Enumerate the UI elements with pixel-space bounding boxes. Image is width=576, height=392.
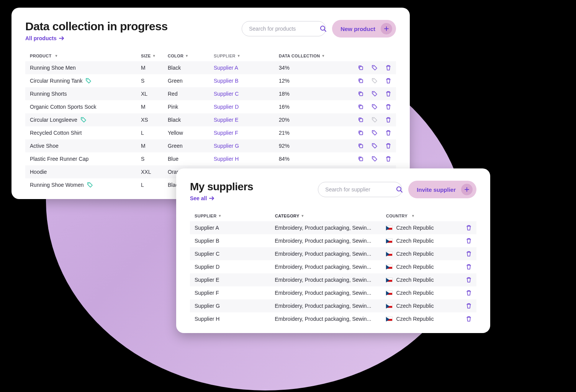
cell-supplier-link[interactable]: Supplier B — [214, 78, 279, 84]
cell-category: Embroidery, Product packaging, Sewin... — [275, 225, 385, 231]
col-product[interactable]: PRODUCT▼ — [30, 54, 141, 58]
col-size[interactable]: SIZE▼ — [141, 54, 168, 58]
col-data-collection[interactable]: DATA COLLECTION▼ — [279, 54, 352, 58]
copy-icon[interactable] — [358, 117, 364, 123]
col-country[interactable]: COUNTRY▼ — [386, 214, 466, 218]
col-supplier[interactable]: SUPPLIER▼ — [195, 214, 275, 218]
copy-icon[interactable] — [358, 143, 364, 149]
trash-icon[interactable] — [385, 104, 391, 110]
tag-icon[interactable] — [371, 156, 378, 162]
products-header: Data collection in progress All products… — [25, 20, 396, 41]
trash-icon[interactable] — [466, 251, 472, 257]
cell-supplier: Supplier E — [195, 277, 275, 283]
trash-icon[interactable] — [385, 91, 391, 97]
table-row[interactable]: Circular Running Tank S Green Supplier B… — [25, 74, 396, 87]
tag-icon — [80, 117, 87, 123]
table-row[interactable]: Supplier B Embroidery, Product packaging… — [190, 234, 476, 247]
cell-supplier-link[interactable]: Supplier G — [214, 143, 279, 149]
suppliers-table-head: SUPPLIER▼ CATEGORY▼ COUNTRY▼ — [190, 211, 476, 221]
trash-icon[interactable] — [385, 117, 391, 123]
col-color[interactable]: COLOR▼ — [168, 54, 214, 58]
trash-icon[interactable] — [385, 65, 391, 71]
table-row[interactable]: Supplier F Embroidery, Product packaging… — [190, 286, 476, 299]
table-row[interactable]: Running Shorts XL Red Supplier C 18% — [25, 87, 396, 100]
table-row[interactable]: Plastic Free Runner Cap S Blue Supplier … — [25, 152, 396, 165]
trash-icon[interactable] — [385, 143, 391, 149]
cell-size: M — [141, 104, 168, 110]
svg-rect-1 — [360, 67, 363, 70]
suppliers-title: My suppliers — [190, 181, 253, 193]
copy-icon[interactable] — [358, 65, 364, 71]
svg-rect-8 — [360, 106, 363, 109]
cell-size: M — [141, 143, 168, 149]
cell-supplier-link[interactable]: Supplier E — [214, 117, 279, 123]
table-row[interactable]: Supplier H Embroidery, Product packaging… — [190, 312, 476, 325]
trash-icon[interactable] — [466, 316, 472, 322]
copy-icon[interactable] — [358, 130, 364, 136]
caret-down-icon: ▼ — [152, 54, 156, 58]
products-search-input[interactable] — [249, 26, 316, 32]
cell-supplier-link[interactable]: Supplier C — [214, 91, 279, 97]
copy-icon[interactable] — [358, 91, 364, 97]
new-product-label: New product — [340, 26, 375, 32]
cell-supplier-link[interactable]: Supplier D — [214, 104, 279, 110]
products-search[interactable] — [242, 21, 326, 36]
trash-icon[interactable] — [466, 290, 472, 296]
svg-point-21 — [88, 183, 89, 184]
see-all-label: See all — [190, 195, 207, 201]
cell-supplier-link[interactable]: Supplier A — [214, 65, 279, 71]
cell-supplier: Supplier D — [195, 264, 275, 270]
tag-icon[interactable] — [371, 130, 378, 136]
copy-icon[interactable] — [358, 104, 364, 110]
all-products-link[interactable]: All products — [25, 35, 168, 41]
invite-supplier-button[interactable]: Invite supplier — [408, 181, 476, 198]
cell-actions — [352, 156, 391, 162]
col-category[interactable]: CATEGORY▼ — [275, 214, 386, 218]
table-row[interactable]: Running Shoe Men M Black Supplier A 34% — [25, 61, 396, 74]
cell-size: XS — [141, 117, 168, 123]
trash-icon[interactable] — [466, 238, 472, 244]
table-row[interactable]: Supplier E Embroidery, Product packaging… — [190, 273, 476, 286]
search-icon — [396, 186, 403, 193]
new-product-button[interactable]: New product — [332, 20, 396, 38]
suppliers-search[interactable] — [318, 182, 402, 197]
cell-product: Hoodie — [30, 169, 141, 175]
trash-icon[interactable] — [466, 277, 472, 283]
table-row[interactable]: Supplier G Embroidery, Product packaging… — [190, 299, 476, 312]
suppliers-search-input[interactable] — [325, 186, 392, 193]
table-row[interactable]: Supplier D Embroidery, Product packaging… — [190, 260, 476, 273]
table-row[interactable]: Supplier C Embroidery, Product packaging… — [190, 247, 476, 260]
see-all-link[interactable]: See all — [190, 195, 253, 201]
tag-icon[interactable] — [371, 91, 378, 97]
cell-category: Embroidery, Product packaging, Sewin... — [275, 277, 385, 283]
cell-actions — [352, 91, 391, 97]
table-row[interactable]: Circular Longsleeve XS Black Supplier E … — [25, 113, 396, 126]
trash-icon[interactable] — [385, 156, 391, 162]
tag-icon[interactable] — [371, 78, 378, 84]
cell-supplier-link[interactable]: Supplier F — [214, 130, 279, 136]
trash-icon[interactable] — [385, 130, 391, 136]
tag-icon[interactable] — [371, 117, 378, 123]
cell-supplier-link[interactable]: Supplier H — [214, 156, 279, 162]
table-row[interactable]: Supplier A Embroidery, Product packaging… — [190, 221, 476, 234]
trash-icon[interactable] — [466, 225, 472, 231]
flag-icon — [386, 225, 393, 230]
col-supplier[interactable]: SUPPLIER▼ — [214, 54, 279, 58]
tag-icon[interactable] — [371, 104, 378, 110]
trash-icon[interactable] — [466, 303, 472, 309]
trash-icon[interactable] — [466, 264, 472, 270]
copy-icon[interactable] — [358, 78, 364, 84]
cell-color: Yellow — [168, 130, 214, 136]
cell-data-collection: 21% — [279, 130, 352, 136]
cell-color: Black — [168, 65, 214, 71]
suppliers-table: SUPPLIER▼ CATEGORY▼ COUNTRY▼ Supplier A … — [190, 211, 476, 325]
table-row[interactable]: Active Shoe M Green Supplier G 92% — [25, 139, 396, 152]
table-row[interactable]: Recycled Cotton Shirt L Yellow Supplier … — [25, 126, 396, 139]
tag-icon[interactable] — [371, 143, 378, 149]
table-row[interactable]: Organic Cotton Sports Sock M Pink Suppli… — [25, 100, 396, 113]
trash-icon[interactable] — [385, 78, 391, 84]
cell-actions — [466, 264, 472, 270]
tag-icon[interactable] — [371, 65, 378, 71]
copy-icon[interactable] — [358, 156, 364, 162]
arrow-right-icon — [59, 36, 64, 40]
